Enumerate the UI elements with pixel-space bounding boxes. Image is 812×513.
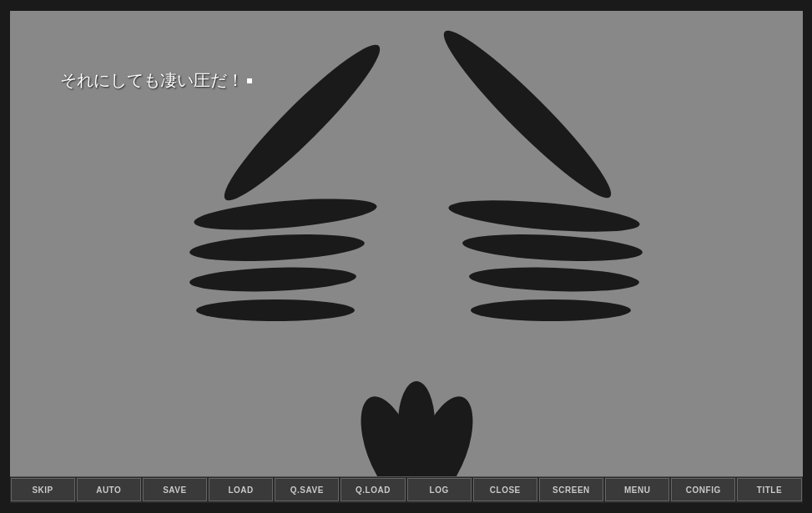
svg-point-6 [196,299,355,321]
toolbar-btn-load[interactable]: LOAD [209,478,273,501]
toolbar-btn-auto[interactable]: AUTO [77,478,141,501]
toolbar-btn-screen[interactable]: SCREEN [539,478,603,501]
toolbar-btn-log[interactable]: LOG [407,478,472,501]
svg-point-13 [398,381,435,465]
toolbar-btn-save[interactable]: SAVE [143,478,207,501]
toolbar-btn-qload[interactable]: Q.LOAD [340,478,405,501]
dialogue-content: それにしても凄い圧だ！ [60,71,244,89]
toolbar-btn-close[interactable]: CLOSE [473,478,537,501]
dialogue-cursor [247,78,252,83]
game-container: それにしても凄い圧だ！ SKIPAUTOSAVELOADQ.SAVEQ.LOAD… [10,11,803,503]
toolbar-btn-title[interactable]: TITLe [737,478,801,501]
svg-point-10 [471,299,631,321]
game-area[interactable]: それにしても凄い圧だ！ [10,11,803,476]
toolbar-btn-skip[interactable]: SKIP [11,478,75,501]
toolbar-btn-menu[interactable]: MENU [605,478,669,501]
toolbar: SKIPAUTOSAVELOADQ.SAVEQ.LOADLOGCLOSESCRE… [10,476,803,503]
toolbar-btn-qsave[interactable]: Q.SAVE [275,478,339,501]
toolbar-btn-config[interactable]: CONFIG [671,478,735,501]
dialogue-text: それにしても凄い圧だ！ [60,69,252,92]
